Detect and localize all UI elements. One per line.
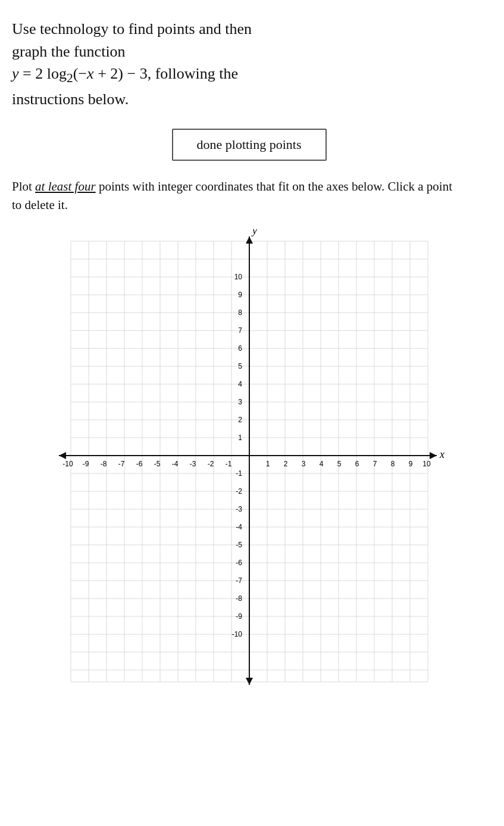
problem-line1: Use technology to find points and then xyxy=(12,20,252,38)
graph-click-area[interactable] xyxy=(71,241,428,682)
problem-line2: graph the function xyxy=(12,43,126,60)
instruction-text: Plot at least four points with integer c… xyxy=(12,177,464,215)
instruction-prefix: Plot xyxy=(12,179,35,194)
x-axis-label: x xyxy=(439,448,444,460)
problem-line4: instructions below. xyxy=(12,91,129,108)
done-plotting-button[interactable]: done plotting points xyxy=(172,129,327,161)
problem-equation: y = 2 log2(−x + 2) − 3, following the xyxy=(12,65,238,82)
problem-text: Use technology to find points and then g… xyxy=(12,18,476,111)
svg-marker-48 xyxy=(430,452,437,459)
button-container: done plotting points xyxy=(12,129,486,161)
instruction-emphasis: at least four xyxy=(35,179,96,194)
y-axis-label: y xyxy=(251,229,257,236)
coordinate-graph[interactable]: x y -10 -9 -8 -7 -6 -5 -4 -3 -2 -1 1 2 3… xyxy=(23,229,475,694)
graph-area[interactable]: x y -10 -9 -8 -7 -6 -5 -4 -3 -2 -1 1 2 3… xyxy=(23,229,475,694)
svg-marker-49 xyxy=(59,452,66,459)
